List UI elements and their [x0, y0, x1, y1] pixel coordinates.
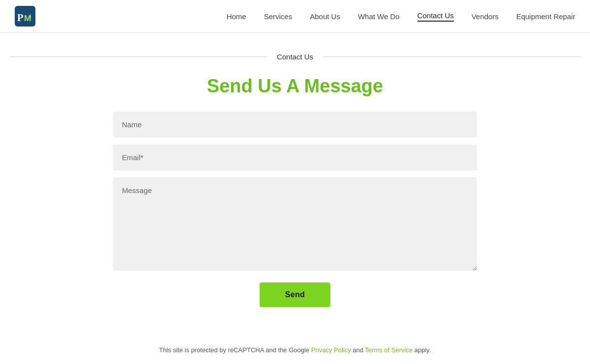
nav-services[interactable]: Services	[264, 12, 293, 21]
main-nav: Home Services About Us What We Do Contac…	[227, 11, 575, 22]
svg-text:P: P	[17, 12, 24, 24]
send-btn-wrapper: Send	[113, 282, 477, 307]
section-header: Contact Us	[10, 53, 580, 61]
footer-text: This site is protected by reCAPTCHA and …	[10, 346, 580, 354]
logo-area: P M i	[15, 6, 35, 27]
email-input[interactable]	[113, 144, 477, 170]
logo-icon: P M i	[15, 6, 35, 27]
nav-equipment-repair[interactable]: Equipment Repair	[516, 12, 575, 21]
footer-text-between: and	[351, 346, 365, 354]
nav-contact-us[interactable]: Contact Us	[417, 11, 454, 22]
form-title: Send Us A Message	[10, 76, 580, 97]
main-content: Contact Us Send Us A Message Send	[0, 33, 590, 336]
name-input[interactable]	[113, 112, 477, 138]
nav-what-we-do[interactable]: What We Do	[358, 12, 400, 21]
nav-about-us[interactable]: About Us	[310, 12, 340, 21]
message-input[interactable]	[113, 177, 477, 271]
svg-text:i: i	[30, 13, 31, 19]
footer-text-after: apply.	[413, 346, 431, 354]
send-button[interactable]: Send	[260, 282, 330, 307]
footer-text-before: This site is protected by reCAPTCHA and …	[159, 346, 311, 354]
site-header: P M i Home Services About Us What We Do …	[0, 0, 590, 33]
contact-form: Send	[113, 112, 477, 307]
section-header-text: Contact Us	[277, 53, 313, 61]
nav-home[interactable]: Home	[227, 12, 246, 21]
site-footer: This site is protected by reCAPTCHA and …	[0, 336, 590, 364]
terms-of-service-link[interactable]: Terms of Service	[365, 346, 413, 354]
privacy-policy-link[interactable]: Privacy Policy	[311, 346, 351, 354]
nav-vendors[interactable]: Vendors	[472, 12, 499, 21]
